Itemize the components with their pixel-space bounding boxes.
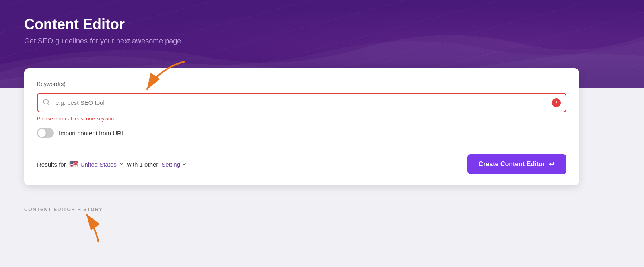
keywords-label: Keyword(s) [37,81,66,87]
us-flag-icon: 🇺🇸 [69,160,78,169]
enter-icon: ↵ [549,160,555,169]
bottom-row: Results for 🇺🇸 United States with 1 othe… [37,154,566,174]
keywords-header: Keyword(s) ··· [37,79,566,88]
search-icon [43,98,50,107]
page-title: Content Editor [24,16,620,33]
toggle-knob [38,129,46,137]
results-for-label: Results for [37,161,66,168]
country-selector[interactable]: 🇺🇸 United States [69,160,124,169]
import-url-row: Import content from URL [37,128,566,146]
more-options-button[interactable]: ··· [558,79,566,88]
hero-subtitle: Get SEO guidelines for your next awesome… [24,37,620,45]
error-message: Please enter at least one keyword. [37,116,566,122]
keyword-input[interactable] [37,93,566,112]
create-button-label: Create Content Editor [479,161,545,168]
arrow-bottom [70,210,119,248]
svg-line-1 [47,103,49,104]
country-chevron-icon [119,161,124,167]
import-url-toggle[interactable] [37,128,54,138]
history-title: CONTENT EDITOR HISTORY [24,207,103,212]
search-wrapper: ! [37,93,566,112]
create-content-editor-button[interactable]: Create Content Editor ↵ [467,154,566,174]
setting-label: Setting [161,161,180,168]
main-content: Keyword(s) ··· ! Please enter at least o… [0,68,644,198]
import-url-label: Import content from URL [59,130,125,137]
results-for-section: Results for 🇺🇸 United States with 1 othe… [37,160,187,169]
main-card: Keyword(s) ··· ! Please enter at least o… [24,68,579,185]
with-other-text: with 1 other [127,161,158,168]
country-name: United States [80,161,117,168]
setting-chevron-icon [182,161,187,168]
history-section: CONTENT EDITOR HISTORY [0,198,644,213]
error-icon: ! [552,98,561,107]
setting-selector[interactable]: Setting [161,161,187,168]
